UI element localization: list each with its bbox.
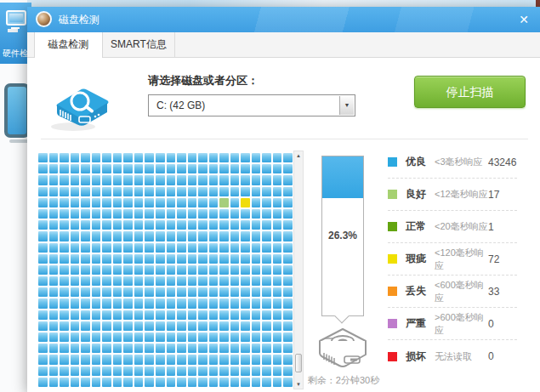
sector-cell bbox=[241, 378, 250, 387]
sector-cell bbox=[262, 209, 271, 219]
legend-name: 优良 bbox=[406, 155, 435, 169]
sector-cell bbox=[198, 332, 207, 342]
sector-cell bbox=[219, 153, 229, 162]
sector-cell bbox=[252, 243, 261, 253]
background-device-icon bbox=[4, 83, 30, 138]
grid-scrollbar[interactable]: ▲ ▼ bbox=[293, 151, 304, 389]
stop-scan-button[interactable]: 停止扫描 bbox=[414, 76, 526, 108]
sector-cell bbox=[262, 310, 271, 320]
chevron-down-icon[interactable]: ▼ bbox=[339, 96, 354, 115]
legend-row: 正常<20毫秒响应1 bbox=[388, 211, 517, 243]
sector-cell bbox=[273, 265, 282, 275]
sector-cell bbox=[49, 298, 59, 308]
sector-cell bbox=[49, 287, 59, 297]
sector-cell bbox=[134, 265, 144, 275]
sector-cell bbox=[177, 287, 186, 297]
sector-cell bbox=[177, 332, 186, 342]
sector-cell bbox=[241, 175, 250, 185]
sector-cell bbox=[177, 265, 186, 275]
sector-cell bbox=[102, 187, 111, 196]
sector-cell bbox=[241, 164, 250, 173]
sector-cell bbox=[92, 287, 101, 297]
tab-smart-info[interactable]: SMART信息 bbox=[103, 32, 175, 57]
sector-cell bbox=[113, 164, 122, 173]
sector-cell bbox=[209, 254, 219, 264]
sector-cell bbox=[123, 344, 133, 353]
sector-cell bbox=[92, 276, 101, 286]
sector-cell bbox=[92, 321, 101, 331]
section-divider bbox=[41, 139, 528, 139]
disk-select[interactable]: C: (42 GB) ▼ bbox=[148, 94, 355, 116]
sector-cell bbox=[113, 175, 122, 185]
sector-cell bbox=[209, 164, 219, 173]
sector-cell bbox=[38, 332, 48, 342]
legend-count: 17 bbox=[488, 189, 517, 201]
sector-cell bbox=[241, 243, 250, 253]
sector-cell bbox=[252, 254, 261, 264]
sector-cell bbox=[81, 265, 90, 275]
sector-cell bbox=[92, 265, 101, 275]
sector-cell bbox=[49, 175, 59, 185]
sector-cell bbox=[113, 276, 122, 286]
sector-cell bbox=[273, 231, 282, 241]
sector-cell bbox=[113, 310, 122, 320]
sector-cell bbox=[38, 366, 48, 376]
sector-cell bbox=[92, 164, 101, 173]
sector-cell bbox=[102, 220, 111, 230]
scroll-down-icon[interactable]: ▼ bbox=[294, 382, 303, 387]
sector-cell bbox=[219, 344, 229, 353]
sector-cell bbox=[156, 265, 165, 275]
sector-cell bbox=[145, 243, 154, 253]
app-icon bbox=[36, 11, 52, 27]
close-icon[interactable]: ✕ bbox=[519, 7, 529, 32]
sector-cell bbox=[283, 243, 293, 253]
sector-cell bbox=[262, 243, 271, 253]
sector-cell bbox=[252, 378, 261, 387]
sector-cell bbox=[113, 231, 122, 241]
sector-cell bbox=[102, 366, 111, 376]
sector-cell bbox=[283, 164, 293, 173]
sector-cell bbox=[123, 175, 133, 185]
sector-cell bbox=[134, 321, 144, 331]
sector-cell bbox=[81, 321, 90, 331]
sector-cell bbox=[188, 355, 197, 364]
sector-cell bbox=[188, 298, 197, 308]
sector-cell bbox=[230, 355, 240, 364]
scrollbar-thumb[interactable] bbox=[295, 354, 302, 372]
sector-cell bbox=[134, 310, 144, 320]
sector-cell bbox=[283, 310, 293, 320]
sector-cell bbox=[145, 265, 154, 275]
legend-color-swatch bbox=[388, 157, 397, 167]
legend-color-swatch bbox=[388, 319, 397, 328]
sector-cell bbox=[123, 231, 133, 241]
scroll-up-icon[interactable]: ▲ bbox=[294, 153, 303, 158]
sector-cell bbox=[145, 310, 154, 320]
legend-count: 0 bbox=[488, 318, 517, 330]
legend-row: 损坏无法读取0 bbox=[388, 340, 517, 372]
sector-cell bbox=[113, 366, 122, 376]
sector-cell bbox=[81, 366, 90, 376]
sector-cell bbox=[60, 220, 69, 230]
sector-cell bbox=[230, 321, 240, 331]
sector-cell bbox=[252, 175, 261, 185]
sector-cell bbox=[198, 187, 207, 196]
sector-cell bbox=[198, 276, 207, 286]
screen: 硬件检测 磁盘检测 ✕ 磁盘检测 SMART信息 bbox=[0, 0, 540, 392]
sector-cell bbox=[38, 220, 48, 230]
dialog-titlebar[interactable]: 磁盘检测 ✕ bbox=[27, 7, 540, 32]
sector-cell bbox=[60, 332, 69, 342]
sector-cell bbox=[92, 187, 101, 196]
sector-cell bbox=[134, 332, 144, 342]
sector-cell bbox=[145, 276, 154, 286]
tab-disk-check[interactable]: 磁盘检测 bbox=[34, 32, 103, 58]
sector-cell bbox=[60, 265, 69, 275]
sector-cell bbox=[209, 321, 219, 331]
sector-cell bbox=[273, 355, 282, 364]
sector-cell bbox=[156, 287, 165, 297]
sector-cell bbox=[219, 231, 229, 241]
sector-cell bbox=[198, 175, 207, 185]
sector-cell bbox=[81, 276, 90, 286]
legend-row: 严重>600毫秒响应0 bbox=[388, 308, 517, 340]
sector-cell bbox=[81, 209, 90, 219]
sector-cell bbox=[145, 175, 154, 185]
